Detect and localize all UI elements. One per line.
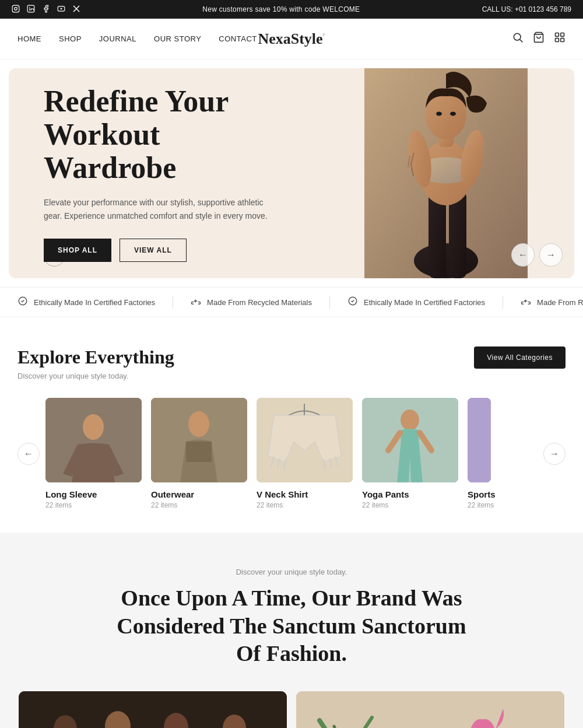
svg-point-29 (83, 414, 104, 440)
facebook-icon[interactable] (42, 5, 50, 15)
svg-point-24 (436, 112, 442, 116)
explore-header: Explore Everything Discover your unique … (17, 346, 566, 380)
linkedin-icon[interactable] (27, 5, 35, 15)
categories-prev-button[interactable]: ← (17, 443, 40, 465)
explore-title: Explore Everything (17, 346, 174, 368)
svg-rect-53 (296, 691, 564, 729)
social-links (12, 5, 80, 15)
svg-rect-11 (556, 33, 559, 37)
recycled-icon-1 (191, 296, 201, 309)
apps-icon[interactable] (554, 32, 566, 46)
category-name-yoga: Yoga Pants (362, 489, 458, 499)
svg-rect-32 (186, 442, 212, 462)
marquee-strip: Ethically Made In Certified Factories Ma… (0, 287, 583, 317)
shop-all-button[interactable]: SHOP ALL (44, 239, 111, 262)
main-nav: HOME SHOP JOURNAL OUR STORY CONTACT Nexa… (0, 19, 583, 60)
hero-content: Redefine Your Workout Wardrobe Elevate y… (9, 68, 312, 278)
nav-our-story[interactable]: OUR STORY (154, 34, 201, 43)
hero-description: Elevate your performance with our stylis… (44, 196, 277, 222)
categories-wrapper: ← Long Sleeve 22 items (17, 398, 566, 509)
svg-point-1 (15, 7, 17, 10)
svg-line-9 (520, 40, 523, 43)
category-img-yoga (362, 398, 458, 482)
nav-links: HOME SHOP JOURNAL OUR STORY CONTACT (17, 34, 257, 43)
category-card-sports[interactable]: Sports 22 items (468, 398, 496, 509)
brand-image-street-fashion[interactable]: STREET FASHION STYLE (19, 691, 287, 729)
svg-rect-0 (12, 5, 19, 12)
category-name-long-sleeve: Long Sleeve (45, 489, 142, 499)
nav-home[interactable]: HOME (17, 34, 41, 43)
brand-images: STREET FASHION STYLE (17, 691, 566, 729)
marquee-inner: Ethically Made In Certified Factories Ma… (0, 296, 583, 309)
brand-story-section: Discover your unique style today. Once U… (0, 533, 583, 728)
hero-next-button[interactable]: → (539, 243, 563, 267)
category-card-vneck[interactable]: V Neck Shirt 22 items (257, 398, 353, 509)
category-img-sports (468, 398, 491, 482)
category-count-yoga: 22 items (362, 501, 458, 509)
svg-point-31 (188, 411, 209, 437)
category-img-long-sleeve (45, 398, 142, 482)
hero-prev-button[interactable]: ← (511, 243, 535, 267)
categories-scroll: Long Sleeve 22 items Outerwear 22 items (45, 398, 538, 509)
hero-buttons: SHOP ALL VIEW ALL (44, 239, 277, 262)
category-card-long-sleeve[interactable]: Long Sleeve 22 items (45, 398, 142, 509)
explore-section: Explore Everything Discover your unique … (0, 317, 583, 533)
certified-icon-2 (347, 296, 358, 309)
category-name-vneck: V Neck Shirt (257, 489, 353, 499)
recycled-icon-2 (521, 296, 531, 309)
nav-journal[interactable]: JOURNAL (99, 34, 136, 43)
category-card-outerwear[interactable]: Outerwear 22 items (151, 398, 247, 509)
marquee-item-3: Ethically Made In Certified Factories (330, 296, 503, 309)
svg-marker-7 (61, 8, 63, 10)
svg-rect-45 (468, 398, 491, 482)
view-all-button[interactable]: VIEW ALL (120, 239, 187, 262)
category-img-outerwear (151, 398, 247, 482)
brand-title: Once Upon A Time, Our Brand Was Consider… (117, 584, 466, 668)
marquee-item-4: Made From Recycled Materials (503, 296, 583, 309)
category-img-vneck (257, 398, 353, 482)
marquee-item-2: Made From Recycled Materials (173, 296, 330, 309)
search-icon[interactable] (512, 32, 524, 46)
hero-title: Redefine Your Workout Wardrobe (44, 85, 277, 185)
nav-shop[interactable]: SHOP (59, 34, 82, 43)
cart-icon[interactable] (533, 32, 545, 46)
svg-rect-12 (561, 33, 564, 37)
category-count-sports: 22 items (468, 501, 496, 509)
hero-nav-buttons: ← → (511, 243, 563, 267)
marquee-item-1: Ethically Made In Certified Factories (0, 296, 173, 309)
svg-point-25 (450, 112, 456, 116)
call-text: CALL US: +01 0123 456 789 (482, 5, 571, 13)
brand-subtitle: Discover your unique style today. (17, 568, 566, 576)
category-count-vneck: 22 items (257, 501, 353, 509)
hero-image (364, 68, 528, 278)
nav-contact[interactable]: CONTACT (219, 34, 257, 43)
explore-heading: Explore Everything Discover your unique … (17, 346, 174, 380)
nav-icons (512, 32, 566, 46)
site-logo[interactable]: NexaStyle° (258, 30, 325, 48)
category-card-yoga[interactable]: Yoga Pants 22 items (362, 398, 458, 509)
category-name-sports: Sports (468, 489, 496, 499)
categories-next-button[interactable]: → (543, 443, 566, 465)
svg-rect-13 (556, 38, 559, 42)
svg-point-42 (401, 410, 419, 430)
svg-point-8 (514, 33, 521, 40)
hero-section: Redefine Your Workout Wardrobe Elevate y… (9, 68, 574, 278)
category-count-long-sleeve: 22 items (45, 501, 142, 509)
explore-subtitle: Discover your unique style today. (17, 372, 174, 380)
instagram-icon[interactable] (12, 5, 20, 15)
category-name-outerwear: Outerwear (151, 489, 247, 499)
category-count-outerwear: 22 items (151, 501, 247, 509)
top-bar: New customers save 10% with code WELCOME… (0, 0, 583, 19)
svg-point-2 (17, 6, 18, 7)
twitter-icon[interactable] (72, 5, 80, 15)
certified-icon-1 (17, 296, 28, 309)
svg-rect-14 (561, 38, 564, 42)
brand-image-denim[interactable]: DENIM COLLECTION (296, 691, 564, 729)
promo-text: New customers save 10% with code WELCOME (80, 5, 482, 13)
youtube-icon[interactable] (57, 5, 65, 15)
view-all-categories-button[interactable]: View All Categories (474, 346, 566, 369)
